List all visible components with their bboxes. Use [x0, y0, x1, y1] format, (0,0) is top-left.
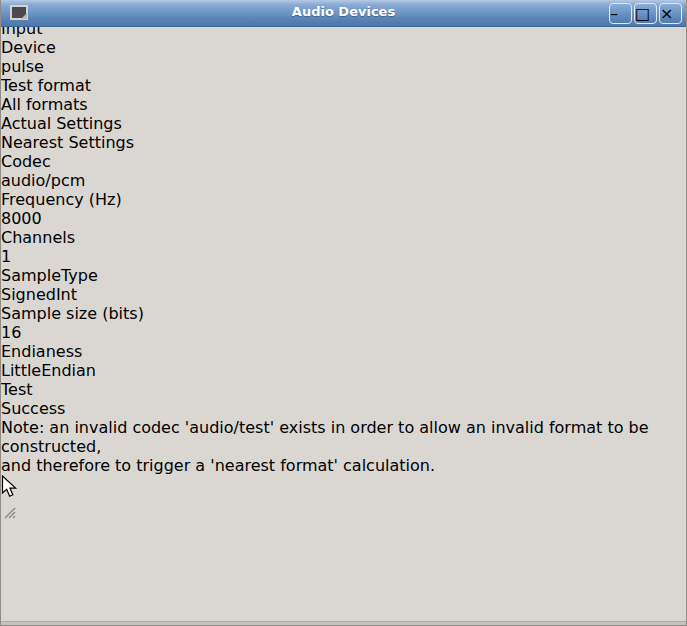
window-title: Audio Devices: [1, 4, 686, 19]
minimize-icon: –: [610, 4, 618, 23]
close-button[interactable]: ×: [659, 3, 682, 24]
test-format-pane: Actual Settings Nearest Settings Codec a…: [1, 114, 686, 475]
close-icon: ×: [660, 4, 673, 23]
minimize-button[interactable]: –: [609, 3, 632, 24]
resize-grip[interactable]: [1, 504, 686, 523]
note-line-2: and therefore to trigger a 'nearest form…: [1, 456, 686, 475]
endianess-select[interactable]: LittleEndian: [1, 361, 243, 380]
samplesize-label: Sample size (bits): [1, 304, 686, 323]
test-button-label: Test: [1, 380, 33, 399]
tab-all-formats[interactable]: All formats: [1, 95, 99, 114]
window-controls: – □ ×: [609, 3, 682, 24]
device-label: Device: [1, 38, 686, 57]
samplesize-select[interactable]: 16: [1, 323, 243, 342]
endianess-value: LittleEndian: [1, 361, 96, 380]
note-text: Note: an invalid codec 'audio/test' exis…: [1, 418, 686, 475]
frequency-select[interactable]: 8000: [1, 209, 243, 228]
frequency-label: Frequency (Hz): [1, 190, 686, 209]
device-select[interactable]: pulse: [1, 57, 316, 76]
tab-test-format[interactable]: Test format: [1, 76, 105, 95]
codec-label: Codec: [1, 152, 686, 171]
nearest-settings-header: Nearest Settings: [1, 133, 686, 152]
samplesize-value: 16: [1, 323, 21, 342]
sampletype-value: SignedInt: [1, 285, 77, 304]
note-line-1: Note: an invalid codec 'audio/test' exis…: [1, 418, 686, 456]
codec-value: audio/pcm: [1, 171, 85, 190]
audio-devices-window: Audio Devices – □ × Mode Input Device pu…: [0, 0, 687, 626]
sampletype-label: SampleType: [1, 266, 686, 285]
maximize-button[interactable]: □: [634, 3, 657, 24]
main-frame: Mode Input Device pulse Test format All …: [1, 0, 686, 475]
mouse-cursor-icon: [1, 475, 686, 504]
actual-settings-header: Actual Settings: [1, 114, 686, 133]
channels-select[interactable]: 1: [1, 247, 243, 266]
channels-label: Channels: [1, 228, 686, 247]
endianess-label: Endianess: [1, 342, 686, 361]
device-value: pulse: [1, 57, 44, 76]
codec-select[interactable]: audio/pcm: [1, 171, 243, 190]
test-status: Success: [1, 399, 686, 418]
frequency-value: 8000: [1, 209, 42, 228]
title-bar[interactable]: Audio Devices – □ ×: [1, 0, 686, 27]
test-button[interactable]: Test: [1, 380, 686, 399]
sampletype-select[interactable]: SignedInt: [1, 285, 243, 304]
channels-value: 1: [1, 247, 11, 266]
maximize-icon: □: [635, 4, 650, 23]
